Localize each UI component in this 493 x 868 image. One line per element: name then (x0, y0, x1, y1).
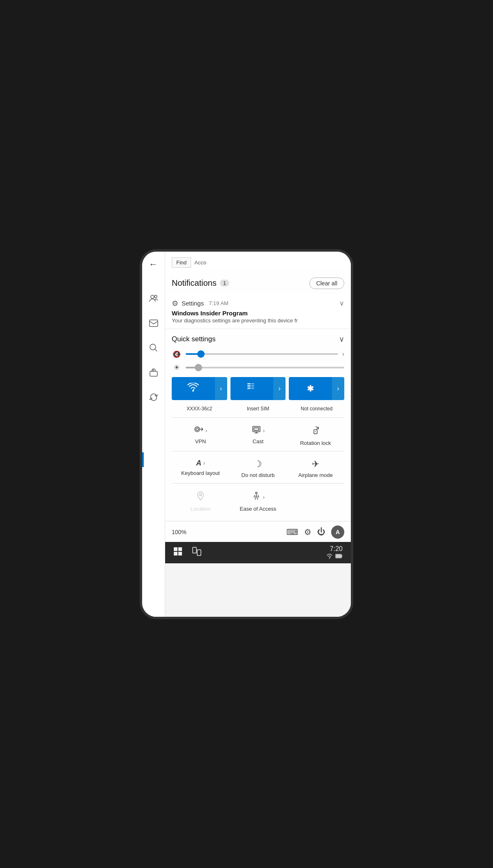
svg-rect-7 (247, 385, 251, 386)
svg-point-15 (196, 428, 198, 431)
do-not-disturb-cell[interactable]: ☽ Do not disturb (229, 455, 287, 480)
sidebar-icon-search[interactable] (147, 341, 160, 354)
airplane-mode-label: Airplane mode (298, 472, 333, 478)
vpn-icon-row: › (194, 425, 207, 436)
settings-bottom-icon[interactable]: ⚙ (304, 527, 311, 537)
notifications-title: Notifications (172, 278, 217, 288)
keyboard-bottom-icon[interactable]: ⌨ (286, 527, 298, 537)
notification-title-row: Notifications 1 (172, 278, 229, 288)
bottom-bar: 100% ⌨ ⚙ ⏻ A (165, 521, 351, 542)
volume-slider-track[interactable] (186, 353, 338, 355)
notification-header: Notifications 1 Clear all (165, 270, 351, 294)
svg-rect-32 (197, 550, 201, 556)
quick-settings-panel: Quick settings ∨ 🔇 › ☀ (165, 329, 351, 521)
sidebar-icon-people[interactable] (147, 292, 160, 305)
tile-label-row: XXXX-36c2 Insert SIM Not connected (172, 406, 344, 412)
vpn-icon (194, 425, 204, 436)
rotation-lock-cell[interactable]: Rotation lock (287, 421, 344, 448)
phone-screen: ← (142, 252, 351, 617)
dnd-icon-row: ☽ (254, 459, 262, 470)
quick-settings-header: Quick settings ∨ (172, 335, 344, 344)
do-not-disturb-label: Do not disturb (242, 472, 275, 478)
ease-of-access-label: Ease of Access (240, 506, 276, 512)
main-content: Find Acco Notifications 1 Clear all ⚙ Se… (165, 252, 351, 617)
brightness-slider-thumb[interactable] (195, 364, 202, 371)
svg-rect-22 (254, 428, 259, 431)
svg-rect-35 (341, 555, 342, 557)
svg-rect-2 (150, 320, 158, 326)
svg-rect-11 (251, 385, 254, 386)
svg-rect-28 (178, 547, 182, 551)
quick-settings-collapse-button[interactable]: ∨ (339, 335, 344, 344)
ease-icon-row: › (251, 491, 265, 503)
rotation-lock-icon (311, 425, 320, 437)
taskbar-right: 7:20 (326, 545, 343, 560)
wifi-icon (187, 383, 199, 394)
airplane-icon-row: ✈ (312, 459, 319, 470)
location-icon-row (196, 491, 205, 503)
power-bottom-icon[interactable]: ⏻ (317, 527, 325, 537)
separator-3 (172, 483, 344, 484)
svg-rect-13 (251, 388, 254, 389)
ease-of-access-cell[interactable]: › Ease of Access (229, 487, 287, 514)
phone-frame: ← (140, 249, 353, 619)
sidebar-icon-mail[interactable] (147, 317, 160, 330)
notification-time: 7:19 AM (209, 300, 228, 306)
svg-rect-36 (336, 555, 341, 558)
keyboard-layout-icon: A (196, 459, 201, 468)
bluetooth-expand-button[interactable]: › (332, 377, 344, 400)
cast-icon (251, 425, 261, 436)
airplane-mode-cell[interactable]: ✈ Airplane mode (287, 455, 344, 480)
volume-expand-icon[interactable]: › (342, 350, 344, 358)
notification-body: Your diagnostics settings are preventing… (172, 317, 344, 324)
ease-of-access-icon (251, 491, 261, 503)
location-cell[interactable]: Location (172, 487, 229, 514)
wifi-tile-group: › (172, 377, 227, 400)
settings-app-icon: ⚙ (172, 299, 178, 308)
vpn-chevron-icon: › (205, 427, 207, 434)
do-not-disturb-icon: ☽ (254, 459, 262, 470)
notification-item[interactable]: ⚙ Settings 7:19 AM ∨ Windows Insider Pro… (165, 294, 351, 329)
svg-rect-29 (174, 552, 177, 556)
svg-rect-10 (251, 383, 254, 384)
clear-all-button[interactable]: Clear all (309, 278, 344, 289)
svg-point-0 (151, 295, 154, 299)
rotation-lock-icon-row (311, 425, 320, 437)
svg-rect-4 (150, 371, 157, 376)
bluetooth-tile-group: ✱ › (289, 377, 344, 400)
vpn-cell[interactable]: › VPN (172, 421, 229, 448)
user-avatar[interactable]: A (331, 525, 344, 539)
cast-cell[interactable]: › Cast (229, 421, 287, 448)
svg-rect-27 (174, 547, 177, 551)
location-icon (196, 491, 205, 503)
ease-chevron-icon: › (263, 494, 265, 500)
task-view-button[interactable] (192, 547, 201, 558)
svg-point-25 (200, 493, 202, 495)
sidebar: ← (142, 252, 165, 617)
svg-point-14 (195, 427, 200, 432)
keyboard-dnd-airplane-row: A › Keyboard layout ☽ Do not disturb ✈ (172, 455, 344, 480)
sidebar-icon-sync[interactable] (147, 391, 160, 404)
start-button[interactable] (173, 547, 182, 558)
taskbar-left (173, 547, 201, 558)
volume-slider-thumb[interactable] (197, 350, 205, 358)
back-button[interactable]: ← (149, 259, 158, 270)
keyboard-chevron-icon: › (203, 460, 205, 466)
sim-icon (247, 383, 257, 394)
find-input[interactable]: Find (172, 257, 191, 268)
brightness-slider-track[interactable] (186, 367, 344, 368)
wifi-tile-button[interactable] (172, 377, 215, 400)
svg-rect-30 (178, 552, 182, 556)
bluetooth-tile-button[interactable]: ✱ (289, 377, 332, 400)
notification-chevron-icon[interactable]: ∨ (339, 299, 344, 307)
wifi-expand-button[interactable]: › (215, 377, 227, 400)
sidebar-icon-briefcase[interactable] (147, 366, 160, 379)
sim-expand-button[interactable]: › (273, 377, 286, 400)
volume-slider-row: 🔇 › (172, 350, 344, 358)
keyboard-layout-cell[interactable]: A › Keyboard layout (172, 455, 229, 480)
vpn-label: VPN (195, 438, 206, 444)
sim-tile-button[interactable] (230, 377, 274, 400)
bottom-icons-group: ⌨ ⚙ ⏻ A (286, 525, 344, 539)
account-label: Acco (194, 259, 206, 266)
separator-1 (172, 417, 344, 418)
